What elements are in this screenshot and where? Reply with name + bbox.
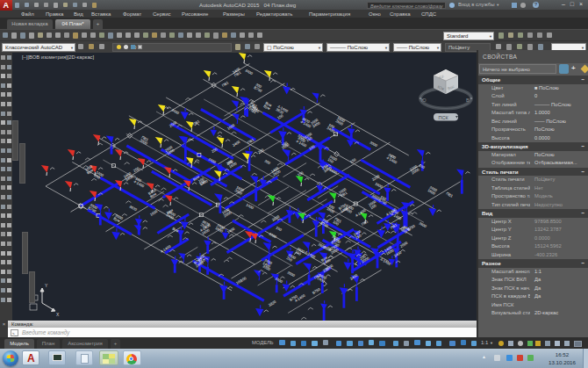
svg-text:Ю: Ю (421, 97, 427, 103)
svg-text:ПСК: ПСК (439, 115, 449, 120)
svg-text:В: В (466, 97, 470, 103)
